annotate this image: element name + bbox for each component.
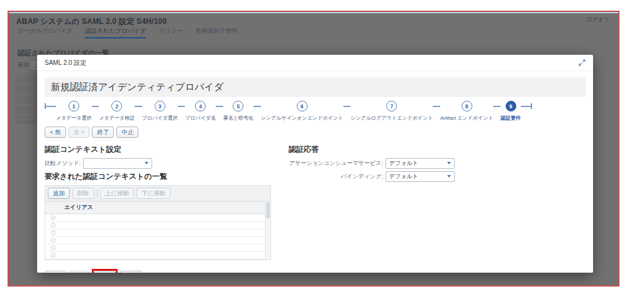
table-row[interactable] [45,252,270,259]
move-up-button[interactable]: 上に移動 [100,188,134,199]
wizard-step-4[interactable]: 4 プロバイダ名 [185,101,216,122]
cancel-button-top[interactable]: 中止 [116,127,138,138]
screenshot-canvas: ABAP システムの SAML 2.0 設定 S4H/100 ログオフ ローカル… [0,0,644,301]
next-button-bottom[interactable]: 次 > [69,271,90,273]
wizard-step-9-active[interactable]: 9 認証要件 [501,101,521,122]
scrollbar-thumb[interactable] [266,202,270,219]
tab-name-id-management[interactable]: 名称識別子管理 [196,27,238,38]
row-radio[interactable] [51,238,55,242]
saml-settings-dialog: SAML 2.0 設定 新規認証済アイデンティティプロバイダ 1 メタ [37,55,593,273]
binding-select[interactable]: デフォルト [386,171,455,182]
page-title: ABAP システムの SAML 2.0 設定 S4H/100 [16,17,167,26]
wizard-toolbar-top: < 前 次 > 終了 中止 [45,127,586,138]
annotation-highlight-box: 終了 [92,269,118,273]
binding-row: バインディング: デフォルト [289,171,455,182]
browser-viewport: ABAP システムの SAML 2.0 設定 S4H/100 ログオフ ローカル… [8,11,619,287]
wizard-step-1[interactable]: 1 メタデータ選択 [56,101,92,122]
acs-label: アサーションコンシューマサービス: [289,159,383,168]
dialog-header: SAML 2.0 設定 [37,55,593,71]
row-radio[interactable] [51,215,55,220]
remove-button[interactable]: 削除 [72,188,94,199]
finish-button-top[interactable]: 終了 [92,127,114,138]
next-button-top[interactable]: 次 > [69,127,90,138]
alias-table: エイリアス [45,202,271,260]
logoff-link[interactable]: ログオフ [586,16,609,24]
prev-button-bottom[interactable]: < 前 [45,271,66,273]
auth-response-heading: 認証応答 [289,144,455,155]
row-radio[interactable] [51,223,55,227]
dimmed-table-rows [15,75,38,125]
tab-policy[interactable]: ポリシー [158,27,183,38]
wizard-stepper: 1 メタデータ選択 2 メタデータ検証 3 プロバイダ選択 4 プロバイダ名 [45,101,532,122]
table-row[interactable] [45,214,270,222]
move-down-button[interactable]: 下に移動 [136,188,170,199]
wizard-title: 新規認証済アイデンティティプロバイダ [45,77,586,97]
chevron-down-icon [447,175,451,178]
auth-response-panel: 認証応答 アサーションコンシューマサービス: デフォルト バインディング: デフ… [289,142,455,185]
wizard-step-2[interactable]: 2 メタデータ検証 [99,101,135,122]
tab-trusted-providers[interactable]: 認証されたプロバイダ [85,27,146,38]
toolbar-separator [97,190,97,197]
row-radio[interactable] [51,253,55,258]
resize-icon[interactable] [579,59,586,66]
auth-context-heading: 認証コンテキスト設定 [45,144,271,155]
table-row[interactable] [45,222,270,229]
page-top-accent [9,12,618,13]
compare-method-select[interactable] [83,158,152,169]
wizard-step-3[interactable]: 3 プロバイダ選択 [142,101,178,122]
wizard-step-8[interactable]: 8 Artifact エンドポイント [440,101,493,122]
wizard-toolbar-bottom: < 前 次 > 終了 中止 [45,269,586,273]
wizard-step-5[interactable]: 5 署名と暗号化 [223,101,253,122]
table-row[interactable] [45,244,270,252]
finish-button-bottom[interactable]: 終了 [94,271,116,273]
cancel-button-bottom[interactable]: 中止 [120,271,142,273]
table-row[interactable] [45,237,270,244]
app-header: ABAP システムの SAML 2.0 設定 S4H/100 ログオフ [16,15,612,25]
compare-method-label: 比較メソッド: [45,159,80,168]
display-label: 表示 [18,61,29,69]
table-scrollbar[interactable] [265,202,270,259]
binding-label: バインディング: [289,173,383,181]
row-radio[interactable] [51,230,55,235]
dialog-title: SAML 2.0 設定 [45,59,86,67]
prev-button-top[interactable]: < 前 [45,127,66,138]
table-row[interactable] [45,229,270,237]
chevron-down-icon [447,162,451,164]
acs-select[interactable]: デフォルト [386,158,455,169]
auth-context-panel: 認証コンテキスト設定 比較メソッド: 要求された認証コンテキストの一覧 追加 削… [45,142,271,260]
requested-contexts-heading: 要求された認証コンテキストの一覧 [45,171,271,182]
context-table-toolbar: 追加 削除 上に移動 下に移動 [45,185,271,202]
compare-method-row: 比較メソッド: [45,158,271,169]
acs-row: アサーションコンシューマサービス: デフォルト [289,158,455,169]
row-radio[interactable] [51,246,55,250]
chevron-down-icon [145,162,148,164]
tab-local-provider[interactable]: ローカルプロバイダ [18,27,72,38]
wizard-step-6[interactable]: 6 シングルサインオンエンドポイント [261,101,343,122]
tab-bar: ローカルプロバイダ 認証されたプロバイダ ポリシー 名称識別子管理 [18,27,237,38]
wizard-step-content: 認証コンテキスト設定 比較メソッド: 要求された認証コンテキストの一覧 追加 削… [45,142,586,260]
stepper-end-cap [531,103,532,109]
wizard-step-7[interactable]: 7 シングルログアウトエンドポイント [350,101,433,122]
alias-column-header: エイリアス [45,202,270,214]
add-button[interactable]: 追加 [48,188,70,199]
